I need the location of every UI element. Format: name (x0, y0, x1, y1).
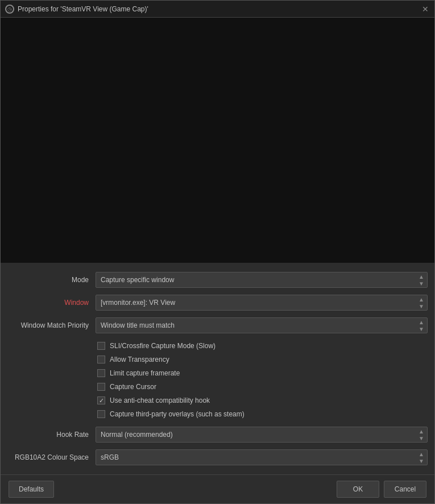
checkbox-anticheat[interactable] (97, 396, 105, 404)
checkbox-limit[interactable] (97, 369, 105, 377)
checkbox-overlay-label[interactable]: Capture third-party overlays (such as st… (110, 410, 245, 418)
window-match-priority-row: Window Match Priority Window title must … (1, 314, 434, 337)
checkbox-limit-row: Limit capture framerate (1, 366, 434, 380)
checkbox-transparency-row: Allow Transparency (1, 353, 434, 366)
title-bar-left: ◷ Properties for 'SteamVR View (Game Cap… (5, 5, 148, 14)
footer-right: OK Cancel (337, 481, 426, 498)
colour-space-select-wrapper: sRGB ▲▼ (96, 449, 428, 465)
checkbox-overlay-row: Capture third-party overlays (such as st… (1, 407, 434, 421)
checkbox-limit-label[interactable]: Limit capture framerate (110, 369, 180, 377)
window-match-priority-select-wrapper: Window title must match ▲▼ (96, 317, 428, 333)
hook-rate-select-wrapper: Normal (recommended) ▲▼ (96, 427, 428, 443)
colour-space-label: RGB10A2 Colour Space (7, 453, 96, 461)
mode-label: Mode (7, 276, 96, 284)
mode-select[interactable]: Capture specific window (96, 272, 428, 288)
hook-rate-label: Hook Rate (7, 431, 96, 439)
ok-button[interactable]: OK (337, 481, 379, 498)
checkbox-cursor[interactable] (97, 383, 105, 391)
window-title: Properties for 'SteamVR View (Game Cap)' (18, 5, 148, 13)
checkbox-sli[interactable] (97, 342, 105, 350)
checkbox-cursor-label[interactable]: Capture Cursor (110, 383, 156, 391)
colour-space-select[interactable]: sRGB (96, 449, 428, 465)
window-label: Window (7, 299, 96, 307)
checkbox-anticheat-label[interactable]: Use anti-cheat compatibility hook (110, 396, 210, 404)
app-icon: ◷ (5, 5, 14, 14)
checkbox-transparency[interactable] (97, 356, 105, 363)
mode-row: Mode Capture specific window ▲▼ (1, 268, 434, 291)
hook-rate-select[interactable]: Normal (recommended) (96, 427, 428, 443)
checkboxes-section: SLI/Crossfire Capture Mode (Slow) Allow … (1, 337, 434, 423)
settings-panel: Mode Capture specific window ▲▼ Window [… (1, 263, 434, 474)
window-row: Window [vrmonitor.exe]: VR View ▲▼ (1, 291, 434, 314)
window-match-priority-label: Window Match Priority (7, 321, 96, 329)
cancel-button[interactable]: Cancel (384, 481, 426, 498)
checkbox-anticheat-row: Use anti-cheat compatibility hook (1, 394, 434, 407)
colour-space-row: RGB10A2 Colour Space sRGB ▲▼ (1, 446, 434, 469)
hook-rate-row: Hook Rate Normal (recommended) ▲▼ (1, 423, 434, 446)
checkbox-cursor-row: Capture Cursor (1, 380, 434, 394)
checkbox-sli-label[interactable]: SLI/Crossfire Capture Mode (Slow) (110, 342, 216, 350)
close-button[interactable]: ✕ (421, 5, 430, 14)
title-bar: ◷ Properties for 'SteamVR View (Game Cap… (1, 1, 434, 18)
footer: Defaults OK Cancel (1, 474, 434, 503)
defaults-button[interactable]: Defaults (9, 481, 54, 498)
content-area: Mode Capture specific window ▲▼ Window [… (1, 18, 434, 503)
preview-area (1, 18, 434, 263)
checkbox-transparency-label[interactable]: Allow Transparency (110, 356, 169, 363)
window-match-priority-select[interactable]: Window title must match (96, 317, 428, 333)
mode-select-wrapper: Capture specific window ▲▼ (96, 272, 428, 288)
window: ◷ Properties for 'SteamVR View (Game Cap… (0, 0, 435, 504)
window-select[interactable]: [vrmonitor.exe]: VR View (96, 295, 428, 311)
checkbox-sli-row: SLI/Crossfire Capture Mode (Slow) (1, 339, 434, 353)
checkbox-overlay[interactable] (97, 410, 105, 418)
window-select-wrapper: [vrmonitor.exe]: VR View ▲▼ (96, 295, 428, 311)
